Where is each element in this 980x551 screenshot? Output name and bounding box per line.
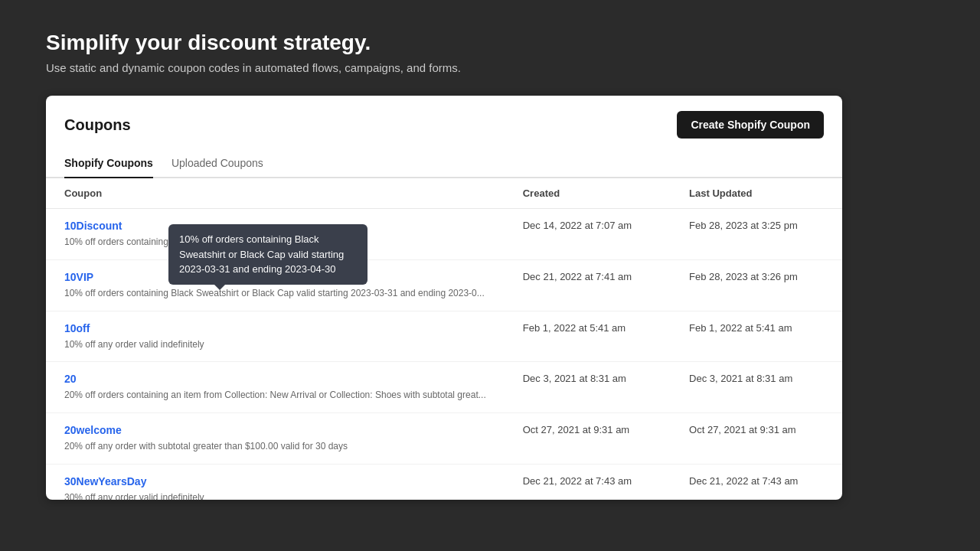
updated-date: Dec 3, 2021 at 8:31 am <box>671 362 842 413</box>
col-header-created: Created <box>505 178 671 209</box>
updated-date: Feb 1, 2022 at 5:41 am <box>671 311 842 362</box>
coupon-name-link[interactable]: 20welcome <box>64 424 486 436</box>
created-date: Oct 27, 2021 at 9:31 am <box>505 413 671 465</box>
created-date: Feb 1, 2022 at 5:41 am <box>505 311 671 362</box>
coupons-card: Coupons Create Shopify Coupon Shopify Co… <box>46 96 842 500</box>
created-date: Dec 21, 2022 at 7:43 am <box>505 464 671 500</box>
coupon-cell: 30NewYearsDay30% off any order valid ind… <box>46 464 505 500</box>
table-row: 20welcome20% off any order with subtotal… <box>46 413 842 465</box>
updated-date: Feb 28, 2023 at 3:25 pm <box>671 209 842 260</box>
col-header-updated: Last Updated <box>671 178 842 209</box>
table-row: 2020% off orders containing an item from… <box>46 362 842 413</box>
created-date: Dec 21, 2022 at 7:41 am <box>505 259 671 311</box>
hero-title: Simplify your discount strategy. <box>46 31 461 55</box>
col-header-coupon: Coupon <box>46 178 505 209</box>
updated-date: Oct 27, 2021 at 9:31 am <box>671 413 842 465</box>
coupon-cell: 10VIP10% off orders containing Black Swe… <box>46 259 505 311</box>
create-coupon-button[interactable]: Create Shopify Coupon <box>677 111 824 139</box>
coupon-description: 10% off any order valid indefinitely <box>64 339 204 350</box>
table-header-row: Coupon Created Last Updated <box>46 178 842 209</box>
updated-date: Dec 21, 2022 at 7:43 am <box>671 464 842 500</box>
coupon-description: 20% off orders containing an item from C… <box>64 390 486 400</box>
created-date: Dec 3, 2021 at 8:31 am <box>505 362 671 413</box>
table-row: 10VIP10% off orders containing Black Swe… <box>46 259 842 311</box>
created-date: Dec 14, 2022 at 7:07 am <box>505 209 671 260</box>
tab-uploaded-coupons[interactable]: Uploaded Coupons <box>172 149 263 178</box>
coupon-name-link[interactable]: 10off <box>64 322 486 334</box>
tab-shopify-coupons[interactable]: Shopify Coupons <box>64 149 153 178</box>
coupon-description: 10% off orders containing Black Sweatshi… <box>64 288 485 298</box>
coupon-name-link[interactable]: 10Discount <box>64 220 486 232</box>
table-row: 10off10% off any order valid indefinitel… <box>46 311 842 362</box>
table-container: Coupon Created Last Updated 10Discount10… <box>46 178 842 500</box>
table-row: 10Discount10% off orders containing an i… <box>46 209 842 260</box>
coupon-cell: 10off10% off any order valid indefinitel… <box>46 311 505 362</box>
card-header: Coupons Create Shopify Coupon <box>46 96 842 139</box>
hero-subtitle: Use static and dynamic coupon codes in a… <box>46 61 461 74</box>
coupon-cell: 2020% off orders containing an item from… <box>46 362 505 413</box>
coupon-name-link[interactable]: 30NewYearsDay <box>64 475 486 487</box>
table-row: 30NewYearsDay30% off any order valid ind… <box>46 464 842 500</box>
coupon-description: 20% off any order with subtotal greater … <box>64 441 348 452</box>
updated-date: Feb 28, 2023 at 3:26 pm <box>671 259 842 311</box>
coupon-name-link[interactable]: 10VIP <box>64 271 486 283</box>
coupons-table: Coupon Created Last Updated 10Discount10… <box>46 178 842 500</box>
coupon-description: 10% off orders containing an item from C… <box>64 236 351 247</box>
coupon-cell: 20welcome20% off any order with subtotal… <box>46 413 505 465</box>
hero-section: Simplify your discount strategy. Use sta… <box>46 31 461 74</box>
coupon-name-link[interactable]: 20 <box>64 373 486 385</box>
coupon-description: 30% off any order valid indefinitely <box>64 492 204 500</box>
card-title: Coupons <box>64 116 131 134</box>
tabs-bar: Shopify Coupons Uploaded Coupons <box>46 149 842 178</box>
coupon-cell: 10Discount10% off orders containing an i… <box>46 209 505 260</box>
